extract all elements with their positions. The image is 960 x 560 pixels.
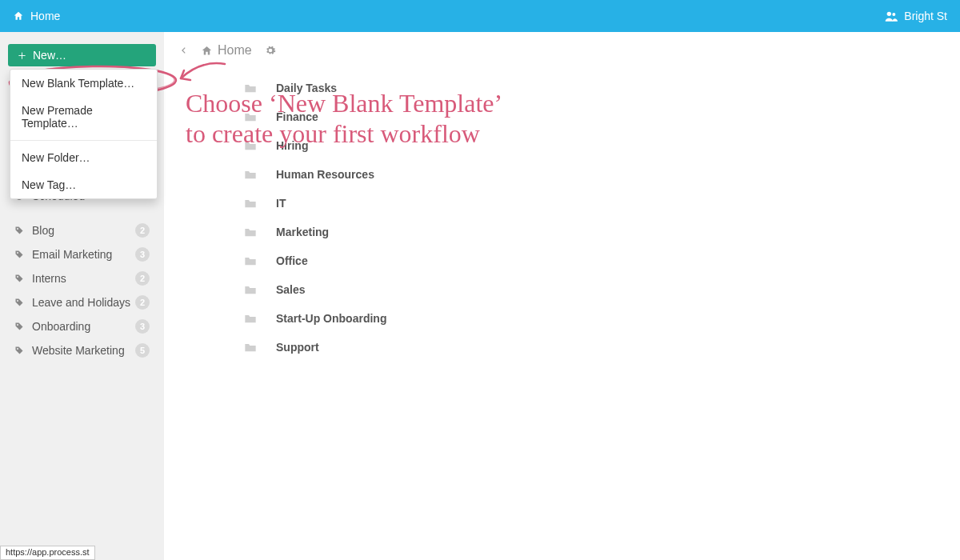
browser-status-bar: https://app.process.st: [0, 546, 95, 560]
sidebar-tag-onboarding[interactable]: Onboarding 3: [8, 314, 156, 338]
svg-point-0: [887, 12, 891, 16]
users-icon: [885, 10, 898, 22]
folder-item[interactable]: Sales: [244, 275, 944, 304]
tag-count-badge: 2: [135, 271, 150, 286]
folder-item[interactable]: Office: [244, 246, 944, 275]
folder-icon: [244, 313, 257, 324]
tag-label: Onboarding: [32, 320, 90, 333]
home-icon: [201, 45, 213, 57]
tag-icon: [14, 226, 26, 235]
dropdown-separator: [10, 140, 157, 141]
sidebar-tag-list: Blog 2 Email Marketing 3 Interns 2: [8, 218, 156, 362]
svg-point-3: [17, 228, 18, 230]
dropdown-item-new-tag[interactable]: New Tag…: [10, 171, 157, 198]
folder-item[interactable]: Human Resources: [244, 160, 944, 189]
folder-label: Marketing: [276, 226, 329, 238]
sidebar-tag-interns[interactable]: Interns 2: [8, 266, 156, 290]
folder-item-daily-tasks[interactable]: Daily Tasks: [244, 74, 944, 102]
tag-count-badge: 5: [135, 343, 150, 358]
folder-list: Daily Tasks Finance Hiring Human Resourc…: [180, 74, 944, 362]
tag-label: Interns: [32, 272, 66, 285]
folder-label: Office: [276, 254, 308, 267]
folder-icon: [244, 226, 257, 238]
folder-icon: [244, 342, 257, 353]
folder-icon: [244, 111, 257, 122]
tag-count-badge: 3: [135, 319, 150, 334]
sidebar-tag-leave-holidays[interactable]: Leave and Holidays 2: [8, 290, 156, 314]
tag-count-badge: 2: [135, 295, 150, 310]
tag-label: Blog: [32, 224, 54, 237]
svg-point-1: [893, 13, 896, 16]
folder-label: Start-Up Onboarding: [276, 312, 386, 325]
svg-point-6: [17, 300, 18, 302]
folder-item[interactable]: Hiring: [244, 131, 944, 160]
new-button[interactable]: New…: [8, 44, 156, 66]
folder-label: Finance: [276, 110, 318, 123]
tag-icon: [14, 250, 26, 259]
tag-icon: [14, 274, 26, 283]
tag-count-badge: 2: [135, 223, 150, 238]
folder-label: IT: [276, 197, 286, 210]
folder-icon: [244, 198, 257, 209]
folder-icon: [244, 284, 257, 295]
folder-icon: [244, 255, 257, 266]
topbar-org-link[interactable]: Bright St: [885, 10, 947, 22]
folder-item[interactable]: Marketing: [244, 218, 944, 246]
folder-icon: [244, 169, 257, 180]
home-icon: [13, 10, 24, 22]
folder-item[interactable]: Finance: [244, 102, 944, 131]
folder-label: Sales: [276, 283, 306, 296]
new-button-label: New…: [33, 49, 66, 62]
tag-label: Website Marketing: [32, 344, 125, 357]
new-dropdown: New Blank Template… New Premade Template…: [10, 69, 158, 199]
folder-item[interactable]: Support: [244, 333, 944, 362]
tag-icon: [14, 298, 26, 307]
main-content: Home Daily Tasks Finance Hiring Human Re…: [164, 32, 960, 560]
dropdown-item-new-folder[interactable]: New Folder…: [10, 144, 157, 171]
sidebar-tag-blog[interactable]: Blog 2: [8, 218, 156, 242]
breadcrumb-back[interactable]: [180, 45, 188, 56]
folder-label: Hiring: [276, 139, 308, 152]
folder-label: Daily Tasks: [276, 82, 337, 94]
breadcrumb-bar: Home: [180, 43, 944, 58]
plus-icon: [18, 51, 26, 60]
folder-label: Human Resources: [276, 168, 374, 181]
top-bar: Home Bright St: [0, 0, 960, 32]
folder-item[interactable]: Start-Up Onboarding: [244, 304, 944, 333]
dropdown-item-blank-template[interactable]: New Blank Template…: [10, 70, 157, 97]
sidebar: New… New Blank Template… New Premade Tem…: [0, 32, 164, 560]
tag-icon: [14, 322, 26, 331]
folder-icon: [244, 140, 257, 151]
tag-label: Email Marketing: [32, 248, 112, 261]
folder-item[interactable]: IT: [244, 189, 944, 218]
folder-icon: [244, 82, 257, 94]
svg-point-8: [17, 348, 18, 350]
breadcrumb-home-label: Home: [218, 43, 252, 58]
svg-point-4: [17, 252, 18, 254]
tag-label: Leave and Holidays: [32, 296, 130, 309]
topbar-home-label: Home: [30, 10, 60, 22]
folder-label: Support: [276, 341, 319, 354]
tag-icon: [14, 346, 26, 355]
svg-point-5: [17, 276, 18, 278]
breadcrumb-home[interactable]: Home: [201, 43, 252, 58]
sidebar-tag-email-marketing[interactable]: Email Marketing 3: [8, 242, 156, 266]
topbar-home-link[interactable]: Home: [13, 10, 60, 22]
main-layout: New… New Blank Template… New Premade Tem…: [0, 32, 960, 560]
topbar-org-label: Bright St: [904, 10, 947, 22]
dropdown-item-premade-template[interactable]: New Premade Template…: [10, 97, 157, 137]
breadcrumb-settings[interactable]: [265, 45, 276, 56]
sidebar-tag-website-marketing[interactable]: Website Marketing 5: [8, 338, 156, 362]
svg-point-7: [17, 324, 18, 326]
tag-count-badge: 3: [135, 247, 150, 262]
